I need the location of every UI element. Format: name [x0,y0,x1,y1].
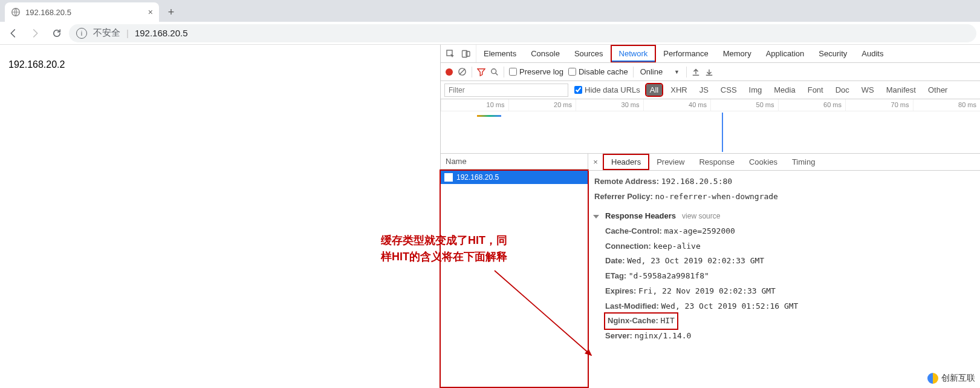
detail-tab-timing[interactable]: Timing [785,154,823,170]
new-tab-button[interactable]: + [163,4,180,21]
timeline-tick: 50 ms [710,99,778,111]
detail-tabs: × HeadersPreviewResponseCookiesTiming [588,154,980,171]
record-button[interactable] [446,68,453,76]
svg-line-6 [459,69,465,74]
filter-pill-xhr[interactable]: XHR [667,84,690,96]
devtools-tab-elements[interactable]: Elements [476,45,524,62]
response-header-row: Cache-Control: max-age=2592000 [605,224,974,239]
security-label: 不安全 [93,27,120,39]
search-icon[interactable] [490,68,499,76]
chevron-down-icon: ▼ [674,69,680,75]
filter-pill-js[interactable]: JS [696,84,712,96]
response-header-row: Connection: keep-alive [605,239,974,254]
network-toolbar: Preserve log Disable cache Online ▼ [441,63,980,81]
filter-pill-img[interactable]: Img [745,84,766,96]
address-bar: i 不安全 | 192.168.20.5 [0,22,980,45]
watermark-icon [927,372,939,384]
detail-tab-response[interactable]: Response [692,154,742,170]
response-header-row: Date: Wed, 23 Oct 2019 02:02:33 GMT [605,254,974,269]
detail-tab-cookies[interactable]: Cookies [742,154,785,170]
reload-button[interactable] [47,24,67,43]
detail-tab-preview[interactable]: Preview [649,154,692,170]
preserve-log-checkbox[interactable]: Preserve log [509,67,563,76]
forward-button[interactable] [25,24,45,43]
devtools-tabbar: ElementsConsoleSourcesNetworkPerformance… [441,45,980,63]
upload-har-icon[interactable] [692,68,700,76]
hide-data-urls-checkbox[interactable]: Hide data URLs [574,85,640,94]
info-icon: i [76,28,87,39]
disable-cache-checkbox[interactable]: Disable cache [568,67,628,76]
browser-tab-strip: 192.168.20.5 × + [0,0,980,22]
svg-line-8 [496,73,498,75]
svg-point-7 [492,68,496,73]
response-header-row: Expires: Fri, 22 Nov 2019 02:02:33 GMT [605,284,974,299]
timeline-tick: 20 ms [508,99,576,111]
annotation-arrow-icon [490,266,605,363]
devtools-tab-security[interactable]: Security [811,45,854,62]
globe-icon [11,7,21,17]
devtools-tab-sources[interactable]: Sources [567,45,611,62]
response-header-row: Last-Modified: Wed, 23 Oct 2019 01:52:16… [605,299,974,314]
annotation-text: 缓存类型就变成了HIT，同 样HIT的含义将在下面解释 [381,232,562,265]
omnibox[interactable]: i 不安全 | 192.168.20.5 [69,24,976,42]
timeline-tick: 30 ms [576,99,643,111]
timeline-tick: 60 ms [778,99,846,111]
timeline-tick: 10 ms [441,99,508,111]
devtools-tab-performance[interactable]: Performance [656,45,715,62]
close-icon[interactable]: × [148,7,153,17]
devtools-tab-network[interactable]: Network [611,45,657,62]
response-headers-section[interactable]: Response Headers view source [594,209,974,224]
device-toggle-icon[interactable] [461,49,471,59]
svg-line-1 [495,271,591,355]
filter-pill-other[interactable]: Other [924,84,952,96]
filter-pill-doc[interactable]: Doc [832,84,853,96]
timeline-tick: 80 ms [913,99,981,111]
page-body-text: 192.168.20.2 [8,59,65,70]
response-header-row: ETag: "d-5958a2a9981f8" [605,269,974,284]
tab-title: 192.168.20.5 [25,8,143,17]
load-marker [722,113,723,152]
throttling-select[interactable]: Online ▼ [638,67,681,77]
network-timeline[interactable]: 10 ms20 ms30 ms40 ms50 ms60 ms70 ms80 ms [441,99,980,154]
devtools-tab-memory[interactable]: Memory [716,45,759,62]
back-button[interactable] [4,24,23,43]
filter-icon[interactable] [477,68,485,76]
document-icon [444,173,453,182]
filter-pill-manifest[interactable]: Manifest [883,84,920,96]
watermark: 创新互联 [924,371,978,386]
view-source-link[interactable]: view source [682,209,720,223]
filter-input[interactable] [444,84,568,97]
triangle-down-icon [593,215,599,219]
filter-pill-css[interactable]: CSS [717,84,741,96]
response-header-row: Nginx-Cache: HIT [605,314,974,329]
network-filter-bar: Hide data URLs AllXHRJSCSSImgMediaFontDo… [441,81,980,99]
filter-pill-ws[interactable]: WS [858,84,878,96]
request-bar [477,115,501,117]
filter-pill-all[interactable]: All [646,84,662,96]
column-header-name[interactable]: Name [441,154,588,169]
timeline-tick: 70 ms [845,99,913,111]
omnibox-url: 192.168.20.5 [135,28,188,38]
request-name: 192.168.20.5 [456,173,499,182]
browser-tab[interactable]: 192.168.20.5 × [5,2,159,22]
devtools-tab-audits[interactable]: Audits [854,45,891,62]
devtools-tab-application[interactable]: Application [759,45,812,62]
devtools-tab-console[interactable]: Console [524,45,567,62]
page-content: 192.168.20.2 [0,45,440,388]
response-header-row: Server: nginx/1.14.0 [605,329,974,344]
filter-pill-media[interactable]: Media [770,84,799,96]
request-row[interactable]: 192.168.20.5 [441,171,588,184]
timeline-tick: 40 ms [643,99,711,111]
filter-pill-font[interactable]: Font [804,84,827,96]
detail-tab-headers[interactable]: Headers [603,154,649,170]
close-detail-button[interactable]: × [588,154,603,170]
clear-button[interactable] [458,67,467,76]
download-har-icon[interactable] [705,68,713,76]
request-detail: × HeadersPreviewResponseCookiesTiming Re… [588,154,980,388]
inspect-element-icon[interactable] [446,49,455,59]
